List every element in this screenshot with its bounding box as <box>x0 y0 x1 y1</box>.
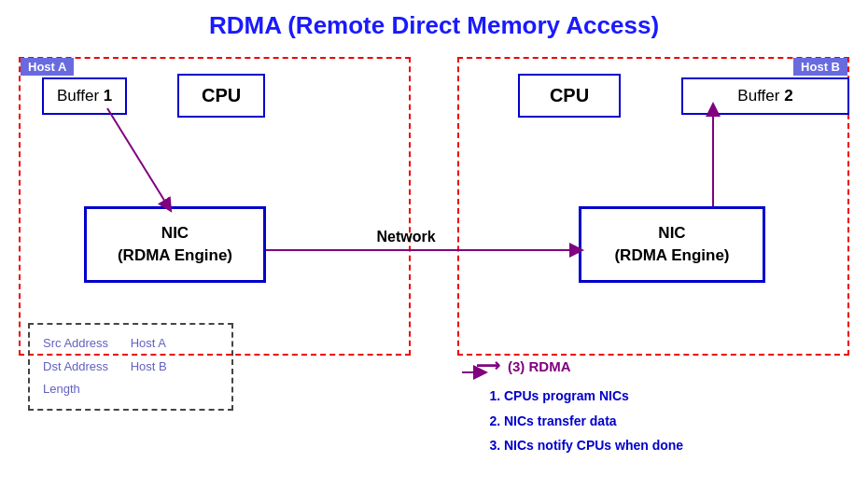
cpu-a-box: CPU <box>177 74 265 118</box>
nic-b-box: NIC (RDMA Engine) <box>579 206 765 283</box>
buffer1-box: Buffer 1 <box>42 77 127 115</box>
cpu-b-box: CPU <box>518 74 621 118</box>
rdma-arrow-icon: ⟶ <box>476 356 500 376</box>
nic-a-box: NIC (RDMA Engine) <box>84 206 266 283</box>
list-item: NICs transfer data <box>504 409 831 434</box>
steps-list: CPUs program NICs NICs transfer data NIC… <box>476 384 831 458</box>
list-item: CPUs program NICs <box>504 384 831 409</box>
packet-info-box: Src Address Host A Dst Address Host B Le… <box>28 323 233 411</box>
steps-area: ⟶ (3) RDMA CPUs program NICs NICs transf… <box>476 356 831 458</box>
list-item: NICs notify CPUs when done <box>504 433 831 458</box>
host-a-label: Host A <box>21 58 74 76</box>
rdma-label: (3) RDMA <box>508 358 571 374</box>
page-title: RDMA (Remote Direct Memory Access) <box>0 0 868 48</box>
buffer2-box: Buffer 2 <box>681 77 849 115</box>
host-b-label: Host B <box>793 58 847 76</box>
